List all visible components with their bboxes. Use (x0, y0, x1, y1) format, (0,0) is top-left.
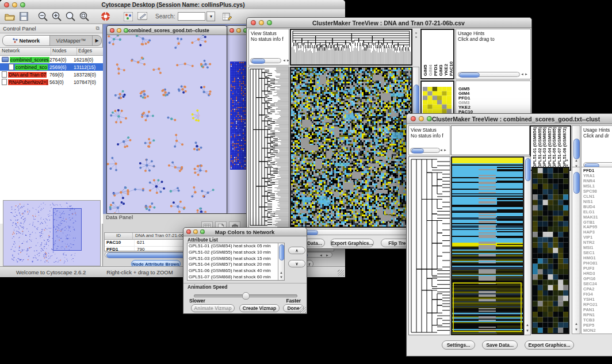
zoom-button[interactable] (200, 229, 205, 234)
scroll-right-icon[interactable]: ► (286, 59, 289, 62)
close-button[interactable] (251, 20, 256, 25)
birdseye-view[interactable] (3, 200, 101, 266)
scroll-up-icon[interactable]: ▲ (575, 322, 578, 325)
zoom-button[interactable] (20, 2, 25, 7)
attribute-editor-icon[interactable] (221, 10, 234, 23)
close-button[interactable] (4, 2, 9, 7)
search-dropdown-arrow[interactable]: ▼ (206, 12, 215, 21)
tv2-heatmap[interactable] (451, 156, 524, 335)
zoom-in-icon[interactable] (51, 10, 63, 23)
resize-grip[interactable] (300, 306, 306, 313)
minimize-button[interactable] (12, 2, 17, 7)
network-canvas-b[interactable] (230, 62, 247, 170)
close-button[interactable] (230, 28, 234, 33)
scroll-down-icon[interactable]: ▼ (575, 328, 578, 331)
scroll-down-icon[interactable]: ▼ (280, 275, 283, 279)
tv2-detail-vscroll[interactable]: ▲ ▼ (572, 167, 580, 334)
network-tree-row[interactable]: DNA and Tran 07769(0)183728(0) (0, 71, 103, 78)
zoom-button[interactable] (267, 20, 272, 25)
close-button[interactable] (186, 229, 191, 234)
scroll-right-icon[interactable]: ► (326, 254, 329, 257)
animate-vizmap-button[interactable]: Animate Vizmap (191, 304, 235, 312)
attribute-list-item[interactable]: GPL51-07 (GSM868) heat shock 60 min (189, 274, 284, 281)
attribute-list-item[interactable]: GPL51-04 (GSM857) heat shock 20 min (189, 262, 284, 268)
tv1-save-data-button[interactable]: Data... (304, 239, 325, 247)
tab-vizmapper[interactable]: VizMapper™ (50, 36, 93, 45)
resize-grip[interactable] (338, 270, 344, 276)
zoom-fit-icon[interactable] (78, 10, 91, 23)
birdseye-selection-rectangle[interactable] (53, 208, 82, 251)
tv1-status-scrollbar[interactable] (250, 58, 281, 63)
minimize-button[interactable] (236, 28, 241, 33)
search-label: Search: (155, 13, 175, 20)
control-panel-tabs: Network VizMapper™ ▶ (2, 35, 102, 46)
attribute-list-item[interactable]: GPL51-06 (GSM865) heat shock 40 min (189, 268, 284, 274)
scroll-left-icon[interactable]: ◄ (521, 72, 524, 76)
attribute-list-vscroll[interactable]: ▲ ▼ (278, 243, 284, 280)
network-name: DNA and Tran 07 (8, 72, 47, 78)
zoom-button[interactable] (124, 28, 128, 33)
tv2-heatmap-vscroll[interactable]: ▲ ▼ (524, 156, 531, 335)
annotation-icon[interactable] (136, 10, 148, 23)
tv1-heatmap-hscroll[interactable] (290, 229, 412, 235)
tv1-column-dendrogram[interactable] (290, 29, 412, 66)
tv2-column-label: GPL51-08 (GSM872) (562, 128, 567, 168)
tv2-column-dendrogram[interactable] (451, 125, 530, 155)
float-panel-icon[interactable]: ⧉ (96, 25, 100, 32)
search-input[interactable] (178, 12, 205, 21)
scroll-up-icon[interactable]: ▲ (526, 323, 529, 327)
tv2-settings-button[interactable]: Settings... (442, 340, 475, 350)
attribute-listbox[interactable]: GPL51-01 (GSM854) heat shock 05 minGPL51… (187, 243, 285, 281)
create-vizmap-button[interactable]: Create Vizmap (239, 304, 280, 312)
tv2-save-data-button[interactable]: Save Data... (482, 340, 518, 350)
close-button[interactable] (411, 116, 416, 121)
close-button[interactable] (110, 28, 114, 33)
cell-id: PFD1 (105, 247, 135, 252)
scroll-up-icon[interactable]: ▲ (280, 271, 283, 274)
move-attribute-down-button[interactable]: ∨ (288, 260, 305, 267)
save-session-icon[interactable] (17, 10, 30, 23)
network-tree-row[interactable]: combined_scores2764(0)16218(0) (0, 56, 103, 63)
tab-overflow-arrow[interactable]: ▶ (93, 36, 101, 45)
minimize-button[interactable] (419, 116, 424, 121)
network-canvas-a[interactable] (107, 35, 225, 213)
animation-speed-slider[interactable] (194, 292, 296, 298)
tv2-status-scrollbar[interactable] (410, 148, 440, 153)
tv1-row-dendrogram[interactable] (248, 67, 289, 228)
zoom-button[interactable] (427, 116, 432, 121)
tv1-heatmap[interactable] (290, 67, 412, 228)
open-session-icon[interactable] (3, 10, 16, 23)
scroll-left-icon[interactable]: ◄ (319, 254, 323, 257)
scroll-down-icon[interactable]: ▼ (526, 329, 529, 332)
network-tree-row[interactable]: RNAPuberNov2+|563(0)107847(0) (0, 78, 103, 86)
scroll-right-icon[interactable]: ► (525, 72, 528, 76)
minimize-button[interactable] (193, 229, 198, 234)
network-settings-icon[interactable] (122, 10, 135, 23)
scroll-left-icon[interactable]: ◄ (439, 148, 443, 152)
network-tree-row[interactable]: combined_sco2569(6)13112(15) (0, 63, 103, 71)
attribute-list-item[interactable]: GPL51-01 (GSM854) heat shock 05 min (189, 243, 284, 250)
minimize-button[interactable] (117, 28, 121, 33)
scroll-right-icon[interactable]: ► (443, 148, 447, 152)
main-titlebar[interactable]: Cytoscape Desktop (Session Name: collins… (0, 0, 345, 10)
tv2-detail-heatmap[interactable] (531, 167, 569, 334)
tv2-export-graphics-button[interactable]: Export Graphics... (525, 340, 574, 350)
zoom-out-icon[interactable] (37, 10, 49, 23)
slider-thumb[interactable] (242, 292, 250, 300)
minimize-button[interactable] (259, 20, 264, 25)
attribute-list-item[interactable]: GPL51-02 (GSM855) heat shock 10 min (189, 250, 284, 256)
scroll-up-icon[interactable]: ▲ (565, 158, 569, 162)
network-name: combined_sco (15, 64, 48, 70)
move-attribute-up-button[interactable]: ∧ (288, 247, 305, 254)
tv2-row-dendrogram[interactable] (408, 156, 450, 335)
tv1-splitter[interactable]: ▸▸ (413, 30, 420, 65)
zoom-selected-icon[interactable] (64, 10, 77, 23)
scroll-left-icon[interactable]: ◄ (282, 59, 286, 62)
attribute-list-item[interactable]: GPL51-03 (GSM856) heat shock 15 min (189, 256, 284, 262)
tv1-export-graphics-button[interactable]: Export Graphics... (330, 239, 374, 247)
help-lifebuoy-icon[interactable] (99, 10, 112, 23)
scroll-up-icon[interactable]: ▲ (575, 159, 578, 162)
tv1-hints-scrollbar[interactable] (458, 72, 520, 77)
tv2-labels-vscroll[interactable]: ▲ ▼ (572, 125, 580, 171)
tab-network[interactable]: Network (3, 36, 50, 45)
